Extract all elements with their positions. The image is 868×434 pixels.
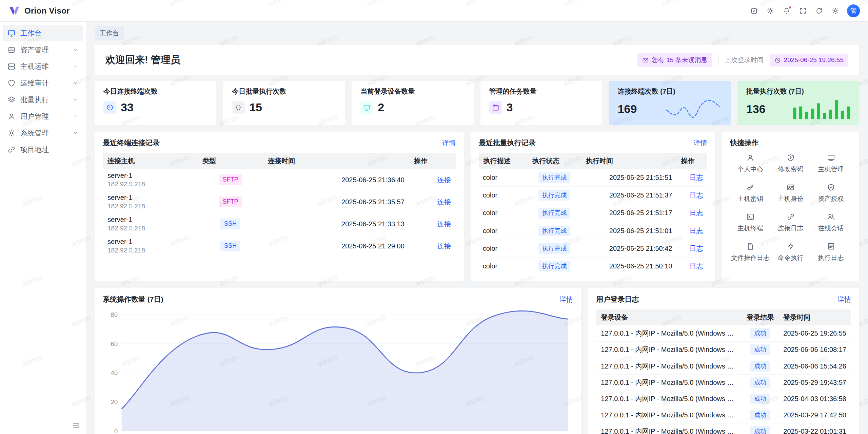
ops-chart-title: 系统操作数量 (7日): [103, 295, 163, 304]
last-login-time: 2025-06-25 19:26:55: [784, 56, 844, 64]
exec-desc: color: [479, 169, 528, 187]
login-result-badge: 成功: [750, 377, 770, 388]
quick-action-label: 主机密钥: [737, 194, 763, 203]
login-device: 127.0.0.1 - 内网IP - Mozilla/5.0 (Windows …: [596, 358, 742, 374]
exec-time: 2025-06-25 21:51:37: [581, 187, 676, 204]
sidebar-item-users[interactable]: 用户管理: [3, 108, 83, 124]
bell-icon[interactable]: [780, 4, 793, 18]
unread-messages-badge[interactable]: 您有 15 条未读消息: [637, 53, 712, 67]
sidebar-item-project-link[interactable]: 项目地址: [3, 141, 83, 157]
breadcrumb-item-workbench[interactable]: 工作台: [95, 26, 124, 40]
batch-record-row: color执行完成2025-06-25 21:50:10日志: [479, 257, 707, 275]
quick-action-command-execution[interactable]: 命令执行: [770, 242, 811, 262]
column-header: 执行时间: [581, 153, 676, 169]
topbar-icon-group: [747, 4, 842, 18]
batch-records-table: 执行描述执行状态执行时间操作color执行完成2025-06-25 21:51:…: [479, 153, 707, 275]
user-icon: [746, 154, 754, 162]
log-link[interactable]: 日志: [689, 174, 703, 181]
sidebar-menu: 工作台资产管理主机运维运维审计批量执行用户管理系统管理项目地址: [3, 25, 83, 158]
quick-action-connection-logs[interactable]: 连接日志: [770, 213, 811, 233]
batch-record-row: color执行完成2025-06-25 21:51:51日志: [479, 169, 707, 187]
quick-action-label: 主机终端: [737, 224, 763, 233]
sidebar-item-label: 运维审计: [20, 78, 73, 88]
dashboard-icon: [7, 29, 16, 37]
quick-action-host-keys[interactable]: 主机密钥: [730, 183, 770, 203]
sidebar-item-host-ops[interactable]: 主机运维: [3, 58, 83, 74]
chevron-down-icon: [73, 47, 78, 53]
mini-bar-chart: [793, 99, 850, 119]
sidebar-item-label: 工作台: [20, 29, 78, 38]
batch-records-detail-link[interactable]: 详情: [693, 138, 707, 148]
host-cell: server-1182.92.5.218: [103, 191, 198, 213]
log-link[interactable]: 日志: [689, 262, 703, 270]
quick-action-file-operation-logs[interactable]: 文件操作日志: [730, 242, 770, 262]
login-logs-detail-link[interactable]: 详情: [837, 295, 851, 304]
ops-line-chart: 0204060802025-06-192025-06-202025-06-212…: [103, 309, 573, 434]
login-device: 127.0.0.1 - 内网IP - Mozilla/5.0 (Windows …: [596, 325, 742, 342]
login-time: 2025-04-03 01:36:58: [778, 391, 851, 407]
login-result-badge: 成功: [750, 410, 770, 420]
sidebar-item-batch-exec[interactable]: 批量执行: [3, 92, 83, 108]
stat-card-managed-tasks: 管理的任务数量3: [480, 81, 602, 125]
menu-fold-icon[interactable]: [72, 422, 80, 429]
terminal-record-row: server-1182.92.5.218SSH2025-06-25 21:29:…: [103, 235, 456, 257]
quick-action-label: 修改密码: [778, 165, 804, 174]
log-link[interactable]: 日志: [689, 209, 703, 216]
log-link[interactable]: 日志: [689, 245, 703, 252]
column-header: 执行描述: [479, 153, 528, 169]
quick-action-execution-logs[interactable]: 执行日志: [811, 242, 851, 262]
stat-card-batch-executions-7d: 批量执行次数 (7日)136: [737, 81, 859, 125]
quick-action-online-sessions[interactable]: 在线会话: [811, 213, 851, 233]
quick-action-host-terminal[interactable]: 主机终端: [730, 213, 770, 233]
stat-label: 管理的任务数量: [489, 87, 593, 96]
connect-link[interactable]: 连接: [437, 176, 451, 184]
quick-action-personal-center[interactable]: 个人中心: [730, 154, 770, 174]
topbar: Orion Visor 管: [0, 0, 868, 22]
gear-icon[interactable]: [829, 4, 842, 18]
terminal-record-row: server-1182.92.5.218SFTP2025-06-25 21:35…: [103, 191, 456, 213]
monitor-icon: [360, 101, 373, 114]
sidebar-item-system[interactable]: 系统管理: [3, 125, 83, 141]
quick-action-change-password[interactable]: 修改密码: [770, 154, 811, 174]
connect-link[interactable]: 连接: [437, 242, 451, 250]
column-header: 登录时间: [778, 309, 851, 325]
checkbox-icon[interactable]: [747, 4, 761, 18]
sidebar-item-assets[interactable]: 资产管理: [3, 42, 83, 58]
exec-status-badge: 执行完成: [538, 208, 570, 218]
last-login-label: 上次登录时间: [725, 56, 764, 64]
quick-action-host-identity[interactable]: 主机身份: [770, 183, 811, 203]
login-result-badge: 成功: [750, 344, 770, 355]
quick-action-label: 执行日志: [818, 253, 844, 262]
asset-icon: [7, 46, 16, 54]
stat-card-today-terminal-connections: 今日连接终端次数33: [95, 81, 216, 125]
quick-action-asset-authorization[interactable]: 资产授权: [811, 183, 851, 203]
sidebar-item-audit[interactable]: 运维审计: [3, 75, 83, 91]
exec-desc: color: [479, 222, 528, 240]
quick-action-host-management[interactable]: 主机管理: [811, 154, 851, 174]
log-link[interactable]: 日志: [689, 191, 703, 199]
terminal-records-detail-link[interactable]: 详情: [442, 138, 456, 148]
topbar-actions: 管: [747, 4, 860, 18]
log-link[interactable]: 日志: [689, 227, 703, 234]
login-log-row: 127.0.0.1 - 内网IP - Mozilla/5.0 (Windows …: [596, 407, 851, 423]
ops-chart-detail-link[interactable]: 详情: [559, 295, 573, 304]
sidebar-item-workbench[interactable]: 工作台: [3, 25, 83, 41]
bolt-icon: [787, 242, 795, 250]
login-time: 2025-05-29 19:43:57: [778, 374, 851, 391]
refresh-icon[interactable]: [812, 4, 826, 18]
stat-card-terminal-connections-7d: 连接终端次数 (7日)169: [609, 81, 731, 125]
connect-link[interactable]: 连接: [437, 220, 451, 228]
stat-value: 136: [746, 102, 766, 116]
user-avatar[interactable]: 管: [847, 4, 860, 17]
fullscreen-icon[interactable]: [796, 4, 810, 18]
table-header-row: 执行描述执行状态执行时间操作: [479, 153, 707, 169]
login-log-row: 127.0.0.1 - 内网IP - Mozilla/5.0 (Windows …: [596, 358, 851, 374]
welcome-title: 欢迎回来! 管理员: [105, 53, 180, 67]
stats-row: 今日连接终端次数33今日批量执行次数15当前登录设备数量2管理的任务数量3连接终…: [95, 81, 859, 125]
login-device: 127.0.0.1 - 内网IP - Mozilla/5.0 (Windows …: [596, 423, 742, 434]
exec-desc: color: [479, 257, 528, 275]
connect-link[interactable]: 连接: [437, 198, 451, 206]
login-logs-table: 登录设备登录结果登录时间127.0.0.1 - 内网IP - Mozilla/5…: [596, 309, 851, 434]
svg-text:60: 60: [111, 341, 118, 347]
sun-icon[interactable]: [764, 4, 777, 18]
